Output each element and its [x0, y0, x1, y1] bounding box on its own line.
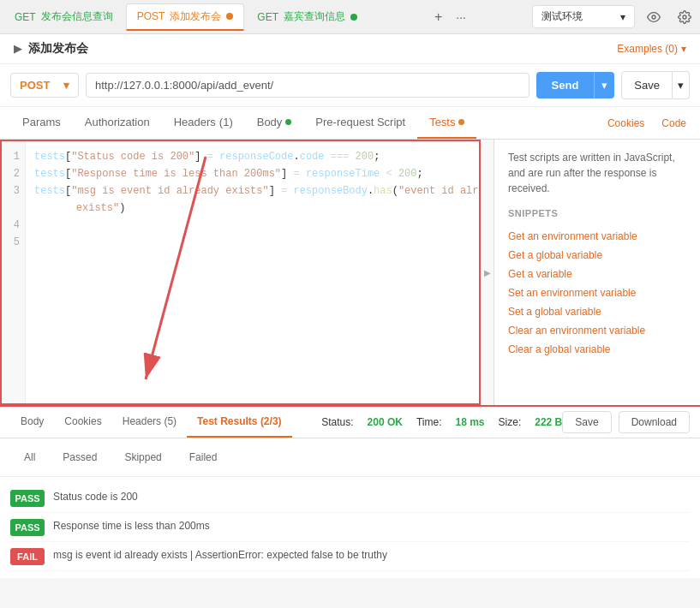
snippets-desc: Test scripts are written in JavaScript, …: [508, 150, 686, 196]
snippet-env-var[interactable]: Get an environment variable: [508, 227, 686, 246]
snippet-set-env-var[interactable]: Set an environment variable: [508, 283, 686, 302]
filter-passed[interactable]: Passed: [49, 447, 111, 468]
size-value: 222 B: [535, 416, 562, 428]
tab-authorization[interactable]: Authorization: [73, 107, 162, 139]
title-bar: ▶ 添加发布会 Examples (0) ▾: [0, 34, 700, 64]
cookies-link[interactable]: Cookies: [604, 109, 648, 138]
snippet-get-var[interactable]: Get a variable: [508, 265, 686, 283]
title-left: ▶ 添加发布会: [14, 41, 88, 57]
tab-prerequest[interactable]: Pre-request Script: [303, 107, 417, 139]
code-link[interactable]: Code: [658, 109, 690, 138]
resp-tab-headers[interactable]: Headers (5): [112, 407, 187, 438]
collapse-icon[interactable]: ▶: [14, 43, 21, 55]
test-text-2: Response time is less than 200ms: [53, 518, 210, 533]
tab-bar: GET 发布会信息查询 POST 添加发布会 GET 嘉宾查询信息 + ··· …: [0, 0, 700, 34]
filter-skipped[interactable]: Skipped: [111, 447, 175, 468]
more-tabs-button[interactable]: ···: [452, 7, 470, 27]
tab-headers-label: Headers: [174, 116, 216, 128]
test-row-1: PASS Status code is 200: [10, 484, 690, 513]
tab-tests[interactable]: Tests: [417, 107, 476, 139]
tab-headers[interactable]: Headers (1): [162, 107, 245, 139]
line-numbers: 1 2 3 4 5: [2, 141, 26, 403]
code-line-2: tests["Response time is less than 200ms"…: [34, 165, 470, 182]
tab-body-dot: [285, 119, 291, 125]
environment-select[interactable]: 测试环境 ▾: [532, 5, 635, 28]
tab-label-get1: 发布会信息查询: [41, 9, 113, 24]
code-line-4: [34, 217, 470, 234]
save-dropdown-button[interactable]: ▾: [673, 71, 690, 99]
code-editor[interactable]: 1 2 3 4 5 tests["Status code is 200"] = …: [0, 140, 481, 405]
code-line-5: [34, 234, 470, 251]
tab-tests-label: Tests: [429, 116, 455, 128]
tab-body[interactable]: Body: [245, 107, 304, 139]
resp-tab-testresults[interactable]: Test Results (2/3): [187, 407, 291, 438]
send-group: Send ▾: [536, 72, 615, 98]
time-label: Time:: [416, 416, 442, 428]
resp-tab-body[interactable]: Body: [10, 407, 54, 438]
tab-get-1[interactable]: GET 发布会信息查询: [3, 3, 124, 31]
code-content[interactable]: tests["Status code is 200"] = responseCo…: [26, 141, 479, 403]
panel-resize-handle[interactable]: ▶: [481, 140, 494, 405]
snippet-clear-env-var[interactable]: Clear an environment variable: [508, 321, 686, 340]
code-line-1: tests["Status code is 200"] = responseCo…: [34, 148, 470, 165]
save-button[interactable]: Save: [621, 71, 673, 99]
env-dropdown-icon: ▾: [620, 11, 625, 23]
tab-method-get1: GET: [15, 11, 36, 23]
url-bar: POST ▾ Send ▾ Save ▾: [0, 64, 700, 107]
tab-tests-dot: [458, 119, 464, 125]
settings-icon[interactable]: [673, 5, 697, 29]
svg-point-1: [683, 15, 686, 19]
tab-body-label: Body: [257, 116, 283, 128]
examples-chevron-icon: ▾: [681, 43, 686, 55]
test-badge-2: PASS: [10, 519, 45, 536]
send-dropdown-button[interactable]: ▾: [594, 72, 614, 98]
expand-icon: ▶: [484, 268, 491, 277]
tab-params-label: Params: [22, 116, 61, 128]
method-select[interactable]: POST ▾: [10, 73, 79, 98]
url-input[interactable]: [86, 73, 529, 98]
eye-icon[interactable]: [642, 5, 666, 29]
time-value: 18 ms: [456, 416, 485, 428]
resp-tab-cookies[interactable]: Cookies: [54, 407, 111, 438]
tab-headers-badge: (1): [219, 116, 233, 128]
test-text-3: msg is event id already exists | Asserti…: [53, 547, 387, 563]
response-actions: Save Download: [562, 411, 690, 433]
main-content: 1 2 3 4 5 tests["Status code is 200"] = …: [0, 140, 700, 405]
page-title: 添加发布会: [28, 41, 88, 57]
size-label: Size:: [499, 416, 522, 428]
tab-actions: + ···: [431, 6, 470, 28]
request-tabs: Params Authorization Headers (1) Body Pr…: [0, 107, 700, 140]
snippets-panel: Test scripts are written in JavaScript, …: [494, 140, 700, 405]
response-tabs: Body Cookies Headers (5) Test Results (2…: [0, 407, 700, 438]
test-results-list: PASS Status code is 200 PASS Response ti…: [0, 477, 700, 578]
tab-get-3[interactable]: GET 嘉宾查询信息: [246, 3, 368, 31]
filter-failed[interactable]: Failed: [176, 447, 231, 468]
tab-post-2[interactable]: POST 添加发布会: [126, 3, 245, 31]
tab-dot-get3: [350, 14, 357, 21]
tab-label-post2: 添加发布会: [170, 9, 221, 24]
tab-params[interactable]: Params: [10, 107, 73, 139]
tab-method-get3: GET: [257, 11, 278, 23]
snippet-set-global-var[interactable]: Set a global variable: [508, 302, 686, 321]
snippets-title: SNIPPETS: [508, 208, 686, 218]
examples-link[interactable]: Examples (0) ▾: [617, 43, 686, 55]
filter-all[interactable]: All: [10, 447, 49, 468]
resp-download-button[interactable]: Download: [619, 411, 690, 433]
tab-prerequest-label: Pre-request Script: [315, 116, 405, 128]
send-button[interactable]: Send: [536, 72, 595, 98]
resp-save-button[interactable]: Save: [562, 411, 611, 433]
test-row-3: FAIL msg is event id already exists | As…: [10, 542, 690, 571]
save-group: Save ▾: [621, 71, 690, 99]
test-text-1: Status code is 200: [53, 489, 138, 504]
examples-label: Examples (0): [617, 43, 678, 55]
add-tab-button[interactable]: +: [431, 6, 446, 28]
snippet-clear-global-var[interactable]: Clear a global variable: [508, 340, 686, 359]
test-badge-1: PASS: [10, 490, 45, 507]
tab-method-post2: POST: [137, 10, 165, 22]
code-line-3b: exists"): [34, 200, 470, 217]
method-label: POST: [20, 79, 50, 92]
code-line-3: tests["msg is event id already exists"] …: [34, 182, 470, 200]
snippet-global-var[interactable]: Get a global variable: [508, 246, 686, 265]
svg-point-0: [652, 15, 655, 19]
response-area: Body Cookies Headers (5) Test Results (2…: [0, 405, 700, 578]
